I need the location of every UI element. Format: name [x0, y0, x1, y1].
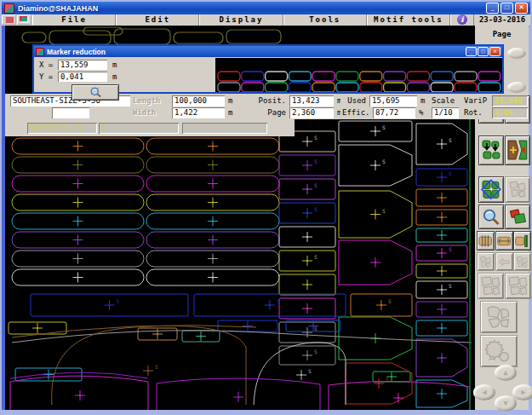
- length-field[interactable]: 100,000: [172, 95, 225, 107]
- effic-field[interactable]: 87,72: [373, 107, 415, 118]
- pieces-disabled-icon: [507, 179, 528, 200]
- preview-piece: [384, 83, 406, 92]
- width-3-button[interactable]: [513, 231, 531, 251]
- preview-piece: [266, 83, 288, 92]
- preview-piece: [360, 83, 382, 92]
- overlap-icon: [507, 207, 528, 227]
- svg-text:S: S: [388, 298, 392, 304]
- minimize-button[interactable]: _: [486, 3, 499, 14]
- preview-piece: [407, 83, 429, 92]
- page-field[interactable]: 2,360: [289, 107, 334, 118]
- preview-piece: [266, 72, 288, 81]
- used-unit: m: [420, 95, 425, 107]
- y-unit: m: [112, 72, 117, 82]
- preview-piece: [455, 83, 477, 92]
- nav-up-button[interactable]: ▲: [495, 365, 517, 381]
- menu-tools[interactable]: Tools: [283, 14, 367, 26]
- compact-button[interactable]: [478, 135, 504, 165]
- variant-name-field[interactable]: SOUTHEAST (*): [27, 123, 97, 134]
- svg-text:S: S: [117, 298, 120, 304]
- menu-file[interactable]: File: [32, 14, 116, 26]
- zoom-button[interactable]: [478, 205, 504, 229]
- title-bar[interactable]: Diamino@SHAJAHAN _ □ ✕: [2, 2, 530, 14]
- dialog-minimize-button[interactable]: _: [466, 47, 477, 56]
- nav-right-button[interactable]: ▶: [512, 384, 532, 401]
- big-disabled-icon: [483, 304, 514, 331]
- width-1-icon: [478, 233, 492, 249]
- scale-field[interactable]: 1/10: [432, 107, 459, 118]
- preview-piece: [289, 83, 311, 92]
- nav-down-button[interactable]: ▼: [495, 395, 517, 412]
- match-edge-button[interactable]: [505, 135, 530, 165]
- preview-piece: [455, 72, 477, 81]
- preview-piece: [478, 83, 501, 92]
- y-input[interactable]: 0,041: [58, 72, 107, 82]
- preview-piece: [360, 72, 382, 81]
- width-unit: m: [228, 107, 232, 118]
- close-button[interactable]: ✕: [515, 3, 528, 14]
- used-label: Used: [342, 95, 366, 107]
- svg-text:S: S: [314, 349, 317, 354]
- svg-text:S: S: [314, 254, 317, 260]
- marker-canvas[interactable]: SSSSSSSSSSSSSSSSSSSS: [2, 119, 475, 410]
- preview-piece: [407, 72, 429, 81]
- svg-text:S: S: [314, 135, 317, 141]
- menu-edit[interactable]: Edit: [116, 14, 199, 26]
- dialog-icon: [36, 48, 44, 56]
- dialog-close-button[interactable]: ✕: [489, 47, 501, 56]
- reduction-preview: [215, 58, 502, 92]
- svg-text:S: S: [308, 368, 312, 374]
- preview-piece: [478, 72, 501, 81]
- effic-unit: %: [419, 107, 423, 118]
- rot-field[interactable]: 0,00: [492, 107, 528, 118]
- overview-piece: [174, 32, 223, 43]
- dialog-maximize-button[interactable]: □: [478, 47, 489, 56]
- posit-label: Posit.: [257, 95, 286, 107]
- search-reduction-button[interactable]: [72, 84, 119, 101]
- scale-label: Scale: [432, 95, 466, 107]
- page-label: Page: [475, 30, 529, 38]
- page-down-button[interactable]: [507, 82, 526, 93]
- overview-piece: [22, 32, 46, 43]
- variant-extra-field[interactable]: [182, 123, 267, 134]
- used-field[interactable]: 15,695: [369, 95, 417, 107]
- map-disabled-button: [478, 273, 504, 299]
- preview-piece: [336, 83, 358, 92]
- red-app-icon[interactable]: [2, 14, 16, 25]
- svg-text:S: S: [277, 298, 280, 304]
- application-window: Diamino@SHAJAHAN _ □ ✕ FileEditDisplayTo…: [0, 0, 532, 415]
- overlap-button[interactable]: [505, 205, 530, 229]
- teal-app-icon[interactable]: [17, 14, 31, 25]
- x-label: X =: [39, 60, 53, 70]
- canvas-pieces: SSSSSSSSSSSSSSSSSSSS: [5, 119, 475, 410]
- gears-disabled-button: [480, 335, 518, 367]
- info-button[interactable]: i: [450, 14, 474, 26]
- map-disabled-icon: [480, 275, 501, 297]
- svg-text:S: S: [449, 137, 452, 143]
- preview-piece: [312, 83, 335, 92]
- rotate-diamond-button[interactable]: [478, 176, 504, 203]
- width-1-button[interactable]: [477, 231, 495, 251]
- svg-text:S: S: [314, 326, 317, 331]
- preview-piece: [218, 83, 240, 92]
- length-unit: m: [228, 95, 232, 107]
- x-input[interactable]: 13,559: [58, 60, 107, 70]
- marker-empty-field[interactable]: [52, 107, 89, 118]
- preview-piece: [431, 72, 453, 81]
- menu-motif-tools[interactable]: Motif tools: [367, 14, 450, 26]
- page-up-button[interactable]: [507, 48, 526, 59]
- varip-field[interactable]: 15,680: [492, 95, 528, 107]
- overview-piece: [49, 31, 111, 44]
- width-2-button[interactable]: [495, 231, 513, 251]
- posit-field[interactable]: 13,423: [289, 95, 334, 107]
- nav-left-button[interactable]: ◀: [473, 384, 495, 401]
- maximize-button[interactable]: □: [501, 3, 513, 14]
- variant-size-field[interactable]: S: [99, 123, 179, 134]
- window-icon: [4, 3, 14, 14]
- menu-bar: FileEditDisplayToolsMotif tools i 23-03-…: [2, 14, 530, 26]
- date-display: 23-03-2016: [474, 14, 530, 26]
- svg-text:S: S: [382, 124, 386, 130]
- menu-display[interactable]: Display: [199, 14, 283, 26]
- width-field[interactable]: 1,422: [172, 107, 225, 118]
- dialog-title-bar[interactable]: Marker reduction _ □ ✕: [34, 46, 502, 57]
